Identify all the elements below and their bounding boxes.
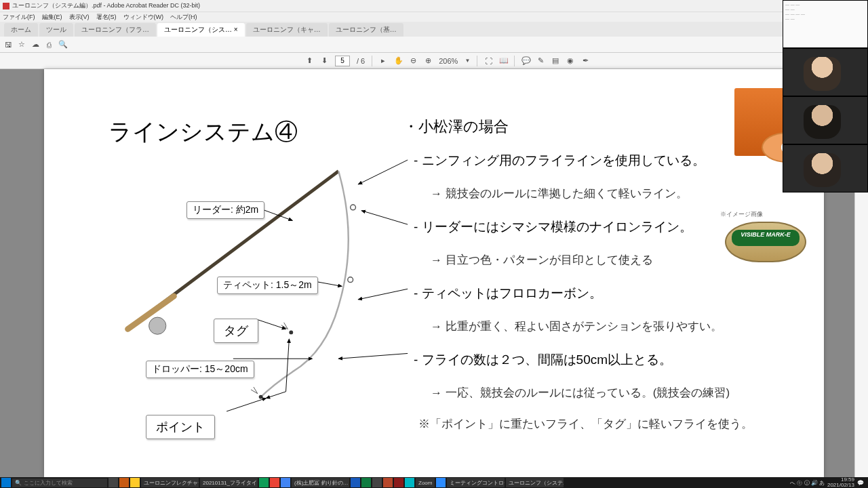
document-tabs: ホーム ツール ユーロニンフ（フラ… ユーロニンフ（シス… × ユーロニンフ（キ… — [0, 22, 868, 37]
explorer-icon[interactable] — [130, 478, 140, 487]
sub-line-2: → 目立つ色・パターンが目印として使える — [431, 252, 653, 268]
start-button[interactable] — [1, 478, 11, 487]
tab-doc-2[interactable]: ユーロニンフ（シス… × — [157, 23, 245, 37]
pdf-page: ラインシステム④ ・小松澤の場合 - ニンフィング用のフライラインを使用している… — [44, 69, 824, 477]
star-icon[interactable]: ☆ — [18, 40, 26, 49]
save-icon[interactable]: 🖫 — [4, 41, 12, 49]
document-viewport[interactable]: ラインシステム④ ・小松澤の場合 - ニンフィング用のフライラインを使用している… — [0, 69, 868, 477]
window-titlebar: ユーロニンフ（システム編）.pdf - Adobe Acrobat Reader… — [0, 0, 868, 12]
sub-line-4: → 一応、競技会のルールには従っている。(競技会の練習) — [431, 385, 730, 401]
product-label: VISIBLE MARK-E — [732, 230, 800, 246]
menu-bar: ファイル(F) 編集(E) 表示(V) 署名(S) ウィンドウ(W) ヘルプ(H… — [0, 12, 868, 22]
zoom-level[interactable]: 206% — [439, 57, 458, 65]
svg-line-11 — [226, 398, 266, 411]
taskbar-icon[interactable] — [361, 478, 371, 487]
label-tippet: ティペット: 1.5～2m — [217, 277, 318, 294]
search-icon[interactable]: 🔍 — [58, 40, 66, 49]
tab-doc-1[interactable]: ユーロニンフ（フラ… — [75, 23, 156, 37]
taskbar-icon[interactable] — [281, 478, 290, 487]
nav-toolbar: ⬆ ⬇ / 6 ▸ ✋ ⊖ ⊕ 206%▼ ⛶ 📖 💬 ✎ ▤ ◉ ✒ — [0, 53, 868, 69]
taskbar-icon[interactable] — [119, 478, 129, 487]
sign-icon[interactable]: ✒ — [581, 56, 589, 65]
svg-line-15 — [338, 353, 408, 359]
read-icon[interactable]: 📖 — [499, 56, 507, 65]
pdf-icon — [3, 3, 9, 9]
taskbar-item[interactable]: ユーロニンフ（システム… — [506, 478, 564, 487]
taskbar-icon[interactable] — [383, 478, 393, 487]
system-tray[interactable]: へ ㊉ ⓘ 🔊 あ 19:592021/02/13 💬 — [790, 477, 867, 488]
page-total: / 6 — [357, 57, 365, 65]
zoom-in-icon[interactable]: ⊕ — [424, 56, 432, 65]
svg-line-17 — [266, 392, 285, 399]
menu-view[interactable]: 表示(V) — [69, 13, 90, 22]
taskbar-item[interactable]: Zoom — [416, 478, 435, 487]
taskbar-item[interactable]: ミーティングコントロール — [447, 478, 505, 487]
svg-line-12 — [358, 160, 408, 184]
tab-home[interactable]: ホーム — [4, 23, 38, 37]
label-tag: タグ — [214, 319, 258, 343]
windows-taskbar: 🔍 ここに入力して検索 ユーロニンフレクチャー 20210131_フライタイ… … — [0, 477, 868, 488]
zoom-out-icon[interactable]: ⊖ — [409, 56, 417, 65]
cursor-icon[interactable]: ▸ — [379, 56, 387, 65]
taskbar-item[interactable]: ユーロニンフレクチャー — [141, 478, 199, 487]
image-caption: ※イメージ画像 — [720, 210, 763, 219]
taskbar-search[interactable]: 🔍 ここに入力して検索 — [12, 479, 107, 487]
taskbar-icon[interactable] — [372, 478, 382, 487]
taskbar-icon[interactable] — [436, 478, 446, 487]
svg-line-9 — [256, 319, 286, 329]
print-icon[interactable]: ⎙ — [45, 41, 53, 49]
svg-point-2 — [149, 317, 166, 334]
svg-line-14 — [358, 289, 408, 300]
cloud-icon[interactable]: ☁ — [31, 40, 39, 49]
page-up-icon[interactable]: ⬆ — [305, 56, 313, 65]
window-title: ユーロニンフ（システム編）.pdf - Adobe Acrobat Reader… — [12, 1, 200, 10]
svg-line-16 — [286, 339, 290, 392]
svg-line-0 — [128, 171, 339, 329]
label-leader: リーダー: 約2m — [186, 201, 264, 219]
tab-doc-3[interactable]: ユーロニンフ（キャ… — [246, 23, 328, 37]
page-number-input[interactable] — [335, 56, 350, 66]
taskbar-icon[interactable] — [405, 478, 414, 487]
taskbar-item[interactable]: (株)土肥冨 釣り針の… — [292, 478, 349, 487]
svg-line-1 — [128, 296, 174, 329]
slide-title: ラインシステム④ — [108, 117, 298, 148]
body-line-3: - ティペットはフロロカーボン。 — [414, 285, 602, 302]
menu-edit[interactable]: 編集(E) — [42, 13, 62, 22]
pen-icon[interactable]: ✎ — [536, 56, 545, 65]
video-participant-1[interactable] — [783, 48, 868, 96]
stamp-icon[interactable]: ◉ — [566, 56, 574, 65]
fit-icon[interactable]: ⛶ — [484, 57, 492, 65]
tab-doc-4[interactable]: ユーロニンフ（基… — [329, 23, 403, 37]
video-notes-cell[interactable]: — — —— —— — — —— — — [783, 0, 868, 48]
video-panel: — — —— —— — — —— — — [783, 0, 868, 192]
comment-icon[interactable]: 💬 — [521, 56, 530, 65]
section-heading: ・小松澤の場合 — [403, 117, 509, 137]
taskbar-icon[interactable] — [270, 478, 279, 487]
menu-file[interactable]: ファイル(F) — [3, 13, 35, 22]
body-line-2: - リーダーにはシマシマ模様のナイロンライン。 — [414, 218, 692, 236]
product-visible-mark: VISIBLE MARK-E — [725, 222, 806, 262]
menu-window[interactable]: ウィンドウ(W) — [123, 13, 164, 22]
video-participant-3[interactable] — [783, 144, 868, 192]
taskbar-icon[interactable] — [351, 478, 360, 487]
highlight-icon[interactable]: ▤ — [551, 56, 559, 65]
menu-help[interactable]: ヘルプ(H) — [170, 13, 197, 22]
hand-icon[interactable]: ✋ — [394, 56, 402, 65]
taskbar-item[interactable]: 20210131_フライタイ… — [200, 478, 258, 487]
svg-point-3 — [351, 205, 356, 210]
sub-line-3: → 比重が重く、程よい固さがテンションを張りやすい。 — [431, 319, 722, 334]
tab-tools[interactable]: ツール — [39, 23, 73, 37]
video-participant-2[interactable] — [783, 96, 868, 144]
svg-point-5 — [289, 330, 293, 334]
taskbar-icon[interactable] — [259, 478, 269, 487]
label-point: ポイント — [146, 415, 215, 439]
svg-point-4 — [348, 277, 353, 283]
taskbar-icon[interactable] — [394, 478, 403, 487]
task-view-icon[interactable] — [108, 478, 118, 487]
svg-point-6 — [259, 395, 263, 399]
body-line-4: - フライの数は２つ、間隔は50cm以上とる。 — [414, 351, 672, 369]
note-line: ※「ポイント」に重たいフライ、「タグ」に軽いフライを使う。 — [418, 416, 753, 432]
menu-sign[interactable]: 署名(S) — [96, 13, 117, 22]
page-down-icon[interactable]: ⬇ — [320, 56, 328, 65]
label-dropper: ドロッパー: 15～20cm — [146, 361, 254, 378]
